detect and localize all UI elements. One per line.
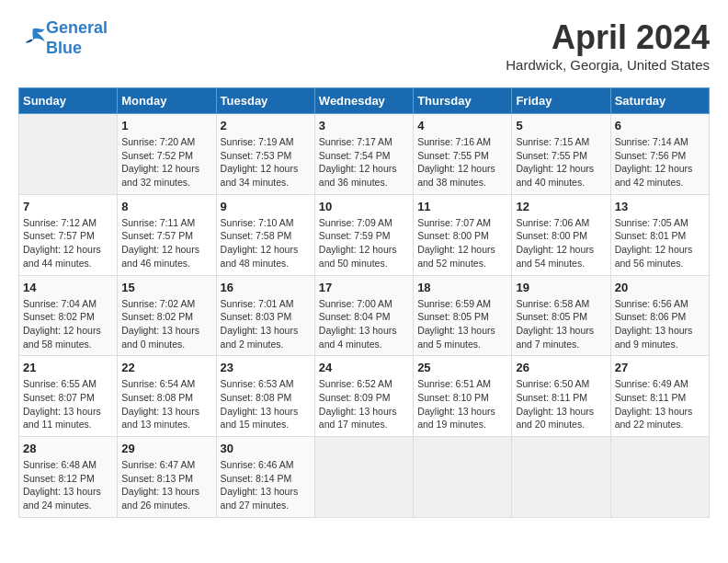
day-info: Sunrise: 6:48 AM Sunset: 8:12 PM Dayligh… xyxy=(23,458,113,512)
day-number: 17 xyxy=(319,281,409,294)
day-number: 23 xyxy=(221,361,311,374)
day-number: 15 xyxy=(121,281,211,294)
day-number: 2 xyxy=(221,119,311,132)
day-number: 30 xyxy=(221,442,311,455)
calendar-week-1: 1Sunrise: 7:20 AM Sunset: 7:52 PM Daylig… xyxy=(19,114,710,195)
calendar-cell: 20Sunrise: 6:56 AM Sunset: 8:06 PM Dayli… xyxy=(610,275,709,356)
day-info: Sunrise: 6:59 AM Sunset: 8:05 PM Dayligh… xyxy=(417,297,507,351)
day-number: 21 xyxy=(23,361,113,374)
day-number: 12 xyxy=(516,200,606,213)
calendar-cell: 24Sunrise: 6:52 AM Sunset: 8:09 PM Dayli… xyxy=(314,356,413,437)
day-header-saturday: Saturday xyxy=(610,88,709,114)
calendar-cell xyxy=(610,437,709,518)
day-number: 11 xyxy=(417,200,507,213)
calendar-cell: 11Sunrise: 7:07 AM Sunset: 8:00 PM Dayli… xyxy=(414,194,512,275)
calendar-cell: 13Sunrise: 7:05 AM Sunset: 8:01 PM Dayli… xyxy=(610,194,709,275)
calendar-cell: 19Sunrise: 6:58 AM Sunset: 8:05 PM Dayli… xyxy=(512,275,610,356)
day-number: 28 xyxy=(23,442,113,455)
calendar-cell: 17Sunrise: 7:00 AM Sunset: 8:04 PM Dayli… xyxy=(314,275,413,356)
day-info: Sunrise: 7:20 AM Sunset: 7:52 PM Dayligh… xyxy=(121,135,211,190)
title-block: April 2024 Hardwick, Georgia, United Sta… xyxy=(506,18,710,73)
calendar-cell: 2Sunrise: 7:19 AM Sunset: 7:53 PM Daylig… xyxy=(216,114,314,195)
day-info: Sunrise: 7:17 AM Sunset: 7:54 PM Dayligh… xyxy=(319,135,409,190)
day-number: 24 xyxy=(319,361,409,374)
day-number: 20 xyxy=(615,281,705,294)
day-info: Sunrise: 7:10 AM Sunset: 7:58 PM Dayligh… xyxy=(221,216,311,270)
day-number: 18 xyxy=(417,281,507,294)
calendar-cell: 12Sunrise: 7:06 AM Sunset: 8:00 PM Dayli… xyxy=(512,194,610,275)
day-info: Sunrise: 6:56 AM Sunset: 8:06 PM Dayligh… xyxy=(615,297,705,351)
day-info: Sunrise: 7:14 AM Sunset: 7:56 PM Dayligh… xyxy=(615,135,705,190)
day-header-wednesday: Wednesday xyxy=(314,88,413,114)
calendar-week-2: 7Sunrise: 7:12 AM Sunset: 7:57 PM Daylig… xyxy=(19,194,710,275)
calendar-subtitle: Hardwick, Georgia, United States xyxy=(506,57,710,73)
calendar-cell: 23Sunrise: 6:53 AM Sunset: 8:08 PM Dayli… xyxy=(216,356,314,437)
calendar-title: April 2024 xyxy=(506,18,710,57)
calendar-cell: 6Sunrise: 7:14 AM Sunset: 7:56 PM Daylig… xyxy=(610,114,709,195)
calendar-cell: 22Sunrise: 6:54 AM Sunset: 8:08 PM Dayli… xyxy=(118,356,216,437)
calendar-cell: 30Sunrise: 6:46 AM Sunset: 8:14 PM Dayli… xyxy=(216,437,314,518)
day-info: Sunrise: 6:53 AM Sunset: 8:08 PM Dayligh… xyxy=(221,377,311,431)
calendar-cell: 14Sunrise: 7:04 AM Sunset: 8:02 PM Dayli… xyxy=(19,275,118,356)
day-number: 4 xyxy=(417,119,507,132)
day-number: 22 xyxy=(121,361,211,374)
day-info: Sunrise: 7:09 AM Sunset: 7:59 PM Dayligh… xyxy=(319,216,409,270)
day-number: 19 xyxy=(516,281,606,294)
day-number: 26 xyxy=(516,361,606,374)
day-number: 9 xyxy=(221,200,311,213)
day-info: Sunrise: 7:07 AM Sunset: 8:00 PM Dayligh… xyxy=(417,216,507,270)
day-info: Sunrise: 6:51 AM Sunset: 8:10 PM Dayligh… xyxy=(417,377,507,431)
calendar-week-4: 21Sunrise: 6:55 AM Sunset: 8:07 PM Dayli… xyxy=(19,356,710,437)
calendar-cell xyxy=(414,437,512,518)
calendar-cell: 16Sunrise: 7:01 AM Sunset: 8:03 PM Dayli… xyxy=(216,275,314,356)
day-header-monday: Monday xyxy=(118,88,216,114)
day-info: Sunrise: 6:47 AM Sunset: 8:13 PM Dayligh… xyxy=(121,458,211,512)
day-header-row: SundayMondayTuesdayWednesdayThursdayFrid… xyxy=(19,88,710,114)
day-number: 27 xyxy=(615,361,705,374)
calendar-cell: 5Sunrise: 7:15 AM Sunset: 7:55 PM Daylig… xyxy=(512,114,610,195)
day-number: 8 xyxy=(121,200,211,213)
day-number: 3 xyxy=(319,119,409,132)
day-info: Sunrise: 6:49 AM Sunset: 8:11 PM Dayligh… xyxy=(615,377,705,431)
calendar-cell: 8Sunrise: 7:11 AM Sunset: 7:57 PM Daylig… xyxy=(118,194,216,275)
calendar-table: SundayMondayTuesdayWednesdayThursdayFrid… xyxy=(18,87,710,518)
calendar-cell: 7Sunrise: 7:12 AM Sunset: 7:57 PM Daylig… xyxy=(19,194,118,275)
day-info: Sunrise: 6:50 AM Sunset: 8:11 PM Dayligh… xyxy=(516,377,606,431)
day-number: 29 xyxy=(121,442,211,455)
day-info: Sunrise: 6:52 AM Sunset: 8:09 PM Dayligh… xyxy=(319,377,409,431)
day-number: 14 xyxy=(23,281,113,294)
day-header-sunday: Sunday xyxy=(19,88,118,114)
day-header-friday: Friday xyxy=(512,88,610,114)
calendar-cell: 29Sunrise: 6:47 AM Sunset: 8:13 PM Dayli… xyxy=(118,437,216,518)
calendar-cell: 26Sunrise: 6:50 AM Sunset: 8:11 PM Dayli… xyxy=(512,356,610,437)
day-info: Sunrise: 6:55 AM Sunset: 8:07 PM Dayligh… xyxy=(23,377,113,431)
day-number: 5 xyxy=(516,119,606,132)
calendar-cell: 28Sunrise: 6:48 AM Sunset: 8:12 PM Dayli… xyxy=(19,437,118,518)
day-header-tuesday: Tuesday xyxy=(216,88,314,114)
logo-text: General Blue xyxy=(46,18,108,58)
calendar-cell: 21Sunrise: 6:55 AM Sunset: 8:07 PM Dayli… xyxy=(19,356,118,437)
day-number: 13 xyxy=(615,200,705,213)
day-number: 1 xyxy=(121,119,211,132)
calendar-cell: 4Sunrise: 7:16 AM Sunset: 7:55 PM Daylig… xyxy=(414,114,512,195)
day-number: 6 xyxy=(615,119,705,132)
calendar-cell xyxy=(512,437,610,518)
day-info: Sunrise: 7:02 AM Sunset: 8:02 PM Dayligh… xyxy=(121,297,211,351)
day-info: Sunrise: 6:58 AM Sunset: 8:05 PM Dayligh… xyxy=(516,297,606,351)
page-header: General Blue April 2024 Hardwick, Georgi… xyxy=(18,18,710,73)
calendar-cell: 1Sunrise: 7:20 AM Sunset: 7:52 PM Daylig… xyxy=(118,114,216,195)
calendar-cell: 25Sunrise: 6:51 AM Sunset: 8:10 PM Dayli… xyxy=(414,356,512,437)
day-info: Sunrise: 7:01 AM Sunset: 8:03 PM Dayligh… xyxy=(221,297,311,351)
calendar-cell: 15Sunrise: 7:02 AM Sunset: 8:02 PM Dayli… xyxy=(118,275,216,356)
calendar-cell: 18Sunrise: 6:59 AM Sunset: 8:05 PM Dayli… xyxy=(414,275,512,356)
day-header-thursday: Thursday xyxy=(414,88,512,114)
calendar-cell xyxy=(19,114,118,195)
day-number: 25 xyxy=(417,361,507,374)
day-info: Sunrise: 7:00 AM Sunset: 8:04 PM Dayligh… xyxy=(319,297,409,351)
logo: General Blue xyxy=(18,18,108,58)
calendar-week-3: 14Sunrise: 7:04 AM Sunset: 8:02 PM Dayli… xyxy=(19,275,710,356)
day-number: 16 xyxy=(221,281,311,294)
day-info: Sunrise: 7:19 AM Sunset: 7:53 PM Dayligh… xyxy=(221,135,311,190)
day-number: 7 xyxy=(23,200,113,213)
day-info: Sunrise: 6:46 AM Sunset: 8:14 PM Dayligh… xyxy=(221,458,311,512)
